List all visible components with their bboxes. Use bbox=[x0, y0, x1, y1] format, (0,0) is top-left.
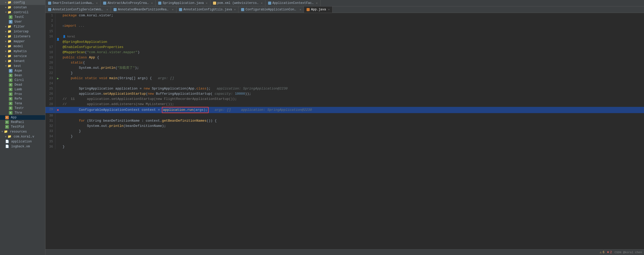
sidebar-item-TestPid[interactable]: CTestPid bbox=[0, 125, 45, 129]
code-line-23[interactable]: 23▶ public static void main(String[] arg… bbox=[45, 76, 644, 81]
tab-t4[interactable]: pom.xml (webvisitercount) ✕ bbox=[210, 0, 265, 6]
sidebar-item-resources[interactable]: ▼ 📁resources bbox=[0, 129, 45, 134]
code-line-33[interactable]: 33 } bbox=[45, 129, 644, 134]
code-line-21[interactable]: 21 System.out.println("加载类了"); bbox=[45, 65, 644, 71]
code-line-35[interactable]: 35 bbox=[45, 139, 644, 144]
sidebar-item-Bean[interactable]: CBean bbox=[0, 73, 45, 78]
code-line-20[interactable]: 20 static{ bbox=[45, 60, 644, 65]
sidebar-item-mapper[interactable]: ▶ 📁mapper bbox=[0, 39, 45, 44]
code-line-26[interactable]: 26 application.setApplicationStartup(new… bbox=[45, 91, 644, 97]
code-line-22[interactable]: 22 } bbox=[45, 71, 644, 76]
code-line-24[interactable]: 24 bbox=[45, 81, 644, 86]
tab-t1[interactable]: SmartInstantiationAwareBeanPostProcessor… bbox=[45, 0, 101, 6]
code-line-36[interactable]: 36} bbox=[45, 144, 644, 149]
tab-t7[interactable]: AnnotatedBeanDefinitionReader.java ✕ bbox=[111, 6, 176, 13]
sidebar-item-label: controll bbox=[14, 11, 29, 14]
sidebar-item-Testr[interactable]: CTestr bbox=[0, 106, 45, 111]
folder-icon: 📁 bbox=[8, 1, 11, 4]
editor-content[interactable]: 1package com.koral.vister;23⊞import ...1… bbox=[45, 13, 644, 249]
sidebar-item-listeners[interactable]: ▶ 📁listeners bbox=[0, 34, 45, 39]
line-gutter bbox=[55, 65, 61, 71]
sidebar-item-User[interactable]: CUser bbox=[0, 19, 45, 24]
code-line-29[interactable]: 29● ConfigurableApplicationContext conte… bbox=[45, 107, 644, 113]
tab-label: ConfigurableApplicationContext.java bbox=[245, 8, 297, 11]
sidebar-item-Aspe[interactable]: CAspe bbox=[0, 68, 45, 73]
sidebar-item-constan[interactable]: ▶ 📁constan bbox=[0, 5, 45, 10]
code-area: 1package com.koral.vister;23⊞import ...1… bbox=[45, 13, 644, 149]
line-gutter bbox=[55, 60, 61, 65]
tab-close-icon[interactable]: ✕ bbox=[234, 8, 236, 11]
sidebar-item-model[interactable]: ▶ 📁model bbox=[0, 44, 45, 49]
sidebar-item-logback.xm[interactable]: 📄logback.xm bbox=[0, 144, 45, 149]
code-line-17[interactable]: 17@EnableConfigurationProperties bbox=[45, 45, 644, 50]
sidebar-item-Thre[interactable]: CThre bbox=[0, 111, 45, 115]
line-number: 1 bbox=[45, 13, 55, 18]
line-number: 36 bbox=[45, 144, 55, 149]
sidebar-item-Circl[interactable]: CCircl bbox=[0, 78, 45, 82]
folder-icon: 📁 bbox=[8, 54, 11, 58]
sidebar-item-com.koral.v[interactable]: ▶ 📁com.koral.v bbox=[0, 134, 45, 139]
sidebar-item-filter[interactable]: ▶ 📁filter bbox=[0, 24, 45, 29]
sidebar-item-config[interactable]: ▶ 📁config bbox=[0, 0, 45, 5]
sidebar-item-tenant[interactable]: ▶ 📁tenant bbox=[0, 59, 45, 64]
sidebar: ▶ 📁config▶ 📁constan▼ 📁controllCTestCCUse… bbox=[0, 0, 45, 255]
tab-t9[interactable]: ConfigurableApplicationContext.java ✕ bbox=[238, 6, 304, 13]
sidebar-item-Dead[interactable]: CDead bbox=[0, 82, 45, 87]
tab-close-icon[interactable]: ✕ bbox=[206, 2, 208, 5]
tab-close-icon[interactable]: ✕ bbox=[151, 2, 153, 5]
tab-t6[interactable]: AnnotationConfigServletWebServerApplicat… bbox=[45, 6, 111, 13]
code-line-15[interactable]: 15 bbox=[45, 29, 644, 34]
tab-close-icon[interactable]: ✕ bbox=[261, 2, 263, 5]
code-line-16[interactable]: 16👤👤 koral@SpringBootApplication bbox=[45, 34, 644, 45]
code-line-28[interactable]: 28// application.addListeners(new MyList… bbox=[45, 102, 644, 107]
sidebar-item-Lamb[interactable]: CLamb bbox=[0, 87, 45, 92]
sidebar-item-label: application bbox=[11, 140, 32, 143]
line-number: 23 bbox=[45, 76, 55, 81]
folder-icon: 📁 bbox=[8, 39, 11, 43]
sidebar-item-application[interactable]: 📄application bbox=[0, 139, 45, 144]
tab-t2[interactable]: AbstractAutoProxyCreator.java ✕ bbox=[101, 0, 156, 6]
sidebar-item-RedPacl[interactable]: CRedPacl bbox=[0, 120, 45, 125]
code-line-34[interactable]: 34 } bbox=[45, 134, 644, 139]
code-line-25[interactable]: 25 SpringApplication application = new S… bbox=[45, 86, 644, 91]
code-line-19[interactable]: 19public class App { bbox=[45, 55, 644, 60]
tab-icon bbox=[179, 8, 182, 11]
code-line-30[interactable]: 30 bbox=[45, 113, 644, 118]
tab-close-icon[interactable]: ✕ bbox=[328, 8, 330, 11]
tab-close-icon[interactable]: ✕ bbox=[172, 8, 174, 11]
line-gutter bbox=[55, 29, 61, 34]
class-icon-blue: C bbox=[9, 20, 12, 24]
sidebar-item-Prox[interactable]: CProx bbox=[0, 92, 45, 97]
sidebar-item-App[interactable]: CApp bbox=[0, 115, 45, 120]
sidebar-item-service[interactable]: ▶ 📁service bbox=[0, 54, 45, 59]
status-bar: ⚠ 6 ✖ 2 CSDN @koral chen bbox=[45, 249, 644, 255]
sidebar-item-label: Bean bbox=[15, 74, 22, 77]
tab-t5[interactable]: ApplicationContextFactory.java ✕ bbox=[265, 0, 321, 6]
code-line-32[interactable]: 32 System.out.println(beanDefinitionName… bbox=[45, 123, 644, 129]
code-line-18[interactable]: 18@MapperScan("com.koral.vister.mapper") bbox=[45, 50, 644, 55]
sidebar-item-label: Aspe bbox=[15, 69, 22, 73]
sidebar-item-intercep[interactable]: ▶ 📁intercep bbox=[0, 29, 45, 34]
sidebar-item-Tena[interactable]: CTena bbox=[0, 101, 45, 106]
tab-t10[interactable]: App.java ✕ bbox=[304, 6, 333, 13]
sidebar-item-test[interactable]: ▼ 📁test bbox=[0, 64, 45, 68]
line-gutter bbox=[55, 118, 61, 123]
code-line-3[interactable]: 3⊞import ... bbox=[45, 23, 644, 29]
code-line-31[interactable]: 31 for (String beanDefinitionName : cont… bbox=[45, 118, 644, 123]
code-line-1[interactable]: 1package com.koral.vister; bbox=[45, 13, 644, 18]
sidebar-item-label: service bbox=[14, 54, 26, 58]
tab-close-icon[interactable]: ✕ bbox=[300, 8, 301, 11]
line-content bbox=[61, 18, 644, 23]
sidebar-item-mybatis[interactable]: ▶ 📁mybatis bbox=[0, 49, 45, 54]
code-line-27[interactable]: 27// 11 application.setApplicationStartu… bbox=[45, 97, 644, 102]
code-line-2[interactable]: 2 bbox=[45, 18, 644, 23]
tab-t8[interactable]: AnnotationConfigUtils.java ✕ bbox=[176, 6, 238, 13]
sidebar-item-label: constan bbox=[14, 6, 26, 9]
tab-close-icon[interactable]: ✕ bbox=[316, 2, 318, 5]
tab-t3[interactable]: SpringApplication.java ✕ bbox=[156, 0, 210, 6]
sidebar-item-TestC[interactable]: CTestC bbox=[0, 15, 45, 19]
tab-close-icon[interactable]: ✕ bbox=[96, 2, 98, 5]
sidebar-item-controll[interactable]: ▼ 📁controll bbox=[0, 10, 45, 15]
sidebar-item-Refe[interactable]: CRefe bbox=[0, 97, 45, 101]
tab-close-icon[interactable]: ✕ bbox=[107, 8, 108, 11]
